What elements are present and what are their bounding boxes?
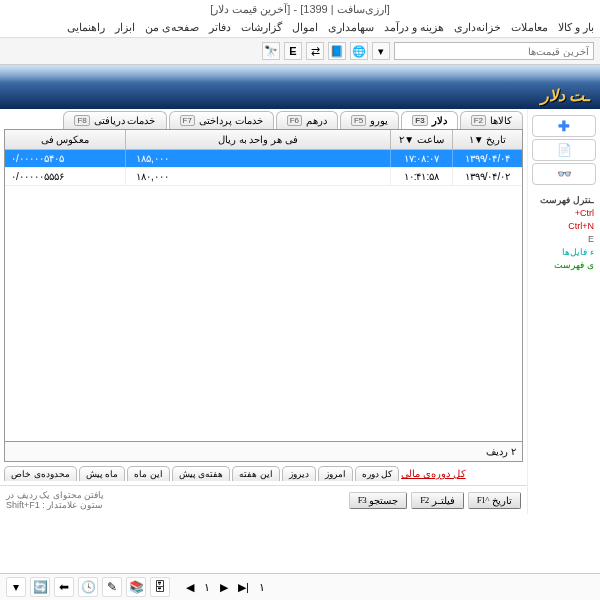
menu-item[interactable]: گزارشات <box>241 21 282 34</box>
col-rate[interactable]: فی هر واحد به ریال <box>125 130 390 149</box>
globe-icon[interactable]: 🌐 <box>350 42 368 60</box>
view-button[interactable]: 👓 <box>532 163 596 185</box>
book-icon[interactable]: 📘 <box>328 42 346 60</box>
func-button[interactable]: فیلتـر F2 <box>411 492 464 509</box>
filter-tab[interactable]: کل دوره <box>355 466 400 481</box>
pager-last[interactable]: ▶| <box>234 581 253 594</box>
full-period-link[interactable]: کل دوره‌ی مالی <box>401 468 466 479</box>
tab-f2[interactable]: کالاهاF2 <box>460 111 523 129</box>
shortcut-item: Ctrl+N <box>532 221 594 231</box>
pager-prev[interactable]: ◀ <box>182 581 198 594</box>
func-button[interactable]: جستجو F3 <box>349 492 408 509</box>
dropdown-icon[interactable]: ▾ <box>372 42 390 60</box>
function-bar: تاریخ ^F1فیلتـر F2جستجو F3 یافتن محتوای … <box>0 485 527 514</box>
banner: ـت دلار <box>0 65 600 109</box>
main-menu: بار و کالا معاملات خزانه‌داری هزینه و در… <box>0 18 600 38</box>
menu-item[interactable]: سهامداری <box>328 21 374 34</box>
text-tool-icon[interactable]: E <box>284 42 302 60</box>
sb-refresh-icon[interactable]: 🔄 <box>30 577 50 597</box>
shortcut-panel: ـنترل فهرست Ctrl+ Ctrl+N E ء فایل‌ها ی ف… <box>532 195 596 270</box>
toolbar: 🔭 E ⇄ 📘 🌐 ▾ <box>0 38 600 65</box>
menu-item[interactable]: راهنمایی <box>67 21 105 34</box>
sb-db-icon[interactable]: 🗄 <box>150 577 170 597</box>
filter-tabs: کل دوره‌ی مالی کل دورهامروزدیروزاین هفته… <box>0 462 527 481</box>
filter-tab[interactable]: ماه پیش <box>79 466 126 481</box>
document-button[interactable]: 📄 <box>532 139 596 161</box>
row-count: ۲ ردیف <box>486 446 516 457</box>
pager-next[interactable]: ▶ <box>216 581 232 594</box>
sb-dropdown-icon[interactable]: ▾ <box>6 577 26 597</box>
filter-tab[interactable]: این ماه <box>127 466 170 481</box>
pager-total: ١ <box>255 581 269 594</box>
menu-item[interactable]: معاملات <box>511 21 548 34</box>
data-grid: تاریخ ▼۱ ساعت ▼۲ فی هر واحد به ریال معکو… <box>4 129 523 462</box>
menu-item[interactable]: ابزار <box>115 21 135 34</box>
filter-tab[interactable]: محدوده‌ی خاص <box>4 466 77 481</box>
col-time[interactable]: ساعت ▼۲ <box>390 130 452 149</box>
filter-tab[interactable]: این هفته <box>232 466 280 481</box>
menu-item[interactable]: اموال <box>292 21 318 34</box>
menu-item[interactable]: دفاتر <box>209 21 231 34</box>
banner-title: ـت دلار <box>541 86 590 105</box>
tab-f7[interactable]: خدمات پرداختیF7 <box>169 111 274 129</box>
tab-f8[interactable]: خدمات دریافتیF8 <box>63 111 166 129</box>
shortcuts-header: ـنترل فهرست <box>532 195 594 205</box>
pager: ◀ ١ ▶ ▶| ١ <box>182 581 269 594</box>
window-title: [ارزی‌سافت | 1399] - [آخرین قیمت دلار] <box>0 0 600 18</box>
sb-clock-icon[interactable]: 🕓 <box>78 577 98 597</box>
shortcut-item: ی فهرست <box>532 260 594 270</box>
filter-tab[interactable]: امروز <box>318 466 353 481</box>
menu-item[interactable]: هزینه و درآمد <box>384 21 444 34</box>
filter-tab[interactable]: دیروز <box>282 466 316 481</box>
table-row[interactable]: ۱۳۹۹/۰۴/۰۲۱۰:۴۱:۵۸۱۸۰,۰۰۰۰/۰۰۰۰۰۵۵۵۶ <box>5 168 522 186</box>
add-button[interactable]: ✚ <box>532 115 596 137</box>
shortcut-item: E <box>532 234 594 244</box>
sb-book-icon[interactable]: 📚 <box>126 577 146 597</box>
menu-item[interactable]: صفحه‌ی من <box>145 21 199 34</box>
sb-back-icon[interactable]: ⬅ <box>54 577 74 597</box>
shortcut-item: ء فایل‌ها <box>532 247 594 257</box>
table-row[interactable]: ۱۳۹۹/۰۴/۰۴۱۷:۰۸:۰۷۱۸۵,۰۰۰۰/۰۰۰۰۰۵۴۰۵ <box>5 150 522 168</box>
pager-current: ١ <box>200 581 214 594</box>
search-input[interactable] <box>394 42 594 60</box>
tab-f5[interactable]: یوروF5 <box>340 111 399 129</box>
tab-f6[interactable]: درهمF6 <box>276 111 338 129</box>
menu-item[interactable]: بار و کالا <box>558 21 594 34</box>
sidebar: ✚ 📄 👓 ـنترل فهرست Ctrl+ Ctrl+N E ء فایل‌… <box>528 109 600 514</box>
col-date[interactable]: تاریخ ▼۱ <box>452 130 522 149</box>
binoculars-icon[interactable]: 🔭 <box>262 42 280 60</box>
find-hint: یافتن محتوای یک ردیف در ستون علامتدار : … <box>6 490 104 510</box>
shortcut-item: Ctrl+ <box>532 208 594 218</box>
tab-f3[interactable]: دلارF3 <box>401 111 457 129</box>
col-inverse[interactable]: معکوس فی <box>5 130 125 149</box>
arrows-icon[interactable]: ⇄ <box>306 42 324 60</box>
status-bar: ▾ 🔄 ⬅ 🕓 ✎ 📚 🗄 ◀ ١ ▶ ▶| ١ <box>0 573 600 600</box>
menu-item[interactable]: خزانه‌داری <box>454 21 501 34</box>
grid-header: تاریخ ▼۱ ساعت ▼۲ فی هر واحد به ریال معکو… <box>5 130 522 150</box>
func-button[interactable]: تاریخ ^F1 <box>468 492 521 509</box>
sb-edit-icon[interactable]: ✎ <box>102 577 122 597</box>
main-panel: کالاهاF2دلارF3یوروF5درهمF6خدمات پرداختیF… <box>0 109 528 514</box>
grid-footer: ۲ ردیف <box>5 441 522 461</box>
currency-tabs: کالاهاF2دلارF3یوروF5درهمF6خدمات پرداختیF… <box>0 111 527 129</box>
grid-body: ۱۳۹۹/۰۴/۰۴۱۷:۰۸:۰۷۱۸۵,۰۰۰۰/۰۰۰۰۰۵۴۰۵۱۳۹۹… <box>5 150 522 441</box>
filter-tab[interactable]: هفته‌ی پیش <box>172 466 231 481</box>
